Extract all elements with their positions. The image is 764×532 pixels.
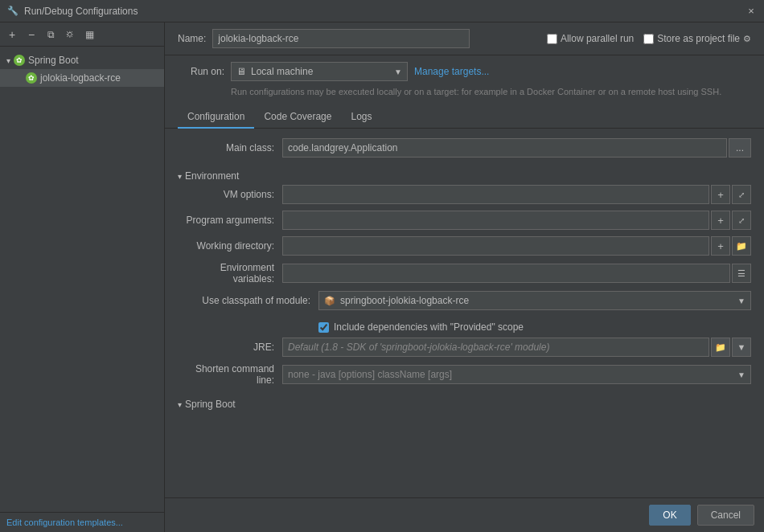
working-dir-group: + 📁: [282, 236, 751, 256]
classpath-dropdown-arrow: ▼: [737, 297, 746, 305]
shorten-cmd-dropdown[interactable]: none - java [options] className [args] ▼: [282, 365, 751, 384]
main-layout: + − ⧉ ⛭ ▦ ▾ ✿ Spring Boot ✿ jolokia-logb…: [0, 23, 764, 532]
classpath-label: Use classpath of module:: [178, 295, 318, 306]
spring-boot-group-item[interactable]: ▾ ✿ Spring Boot: [0, 51, 164, 69]
env-vars-group: ☰: [282, 264, 751, 283]
vm-options-add-button[interactable]: +: [711, 185, 730, 204]
jolokia-config-item[interactable]: ✿ jolokia-logback-rce: [0, 69, 164, 87]
main-class-row: Main class: ...: [178, 138, 751, 158]
spring-boot-icon: ✿: [14, 55, 25, 66]
vm-options-row: VM options: + ⤢: [178, 185, 751, 204]
jre-dropdown[interactable]: Default (1.8 - SDK of 'springboot-joloki…: [282, 338, 709, 357]
spring-boot-section-label: Spring Boot: [185, 399, 236, 410]
allow-parallel-row: Allow parallel run: [547, 33, 634, 44]
tabs-bar: Configuration Code Coverage Logs: [165, 106, 764, 129]
name-label: Name:: [178, 33, 206, 44]
jre-label: JRE:: [178, 342, 282, 353]
jolokia-config-label: jolokia-logback-rce: [40, 72, 121, 84]
env-vars-label: Environment variables:: [178, 262, 282, 284]
run-on-label: Run on:: [178, 66, 224, 77]
working-dir-input[interactable]: [282, 236, 709, 256]
edit-templates-link[interactable]: Edit configuration templates...: [0, 512, 164, 532]
include-deps-row: Include dependencies with "Provided" sco…: [178, 317, 751, 338]
run-on-select[interactable]: 🖥 Local machine ▼: [231, 62, 408, 81]
include-deps-check: Include dependencies with "Provided" sco…: [318, 320, 751, 334]
store-settings-icon[interactable]: ⚙: [743, 34, 751, 44]
jre-dropdown-button[interactable]: ▼: [732, 338, 751, 357]
copy-config-button[interactable]: ⧉: [42, 26, 60, 43]
classpath-row: Use classpath of module: 📦 springboot-jo…: [178, 291, 751, 310]
vm-options-expand-button[interactable]: ⤢: [732, 185, 751, 204]
run-on-dropdown-arrow: ▼: [394, 68, 402, 76]
content-area: Name: Allow parallel run Store as projec…: [165, 23, 764, 532]
classpath-dropdown[interactable]: 📦 springboot-jolokia-logback-rce ▼: [318, 291, 751, 310]
classpath-value: springboot-jolokia-logback-rce: [340, 295, 469, 306]
working-dir-folder-button[interactable]: 📁: [732, 236, 751, 256]
store-as-project-label: Store as project file: [657, 33, 740, 44]
vm-options-input[interactable]: [282, 185, 709, 204]
add-config-button[interactable]: +: [3, 26, 21, 43]
jre-group: Default (1.8 - SDK of 'springboot-joloki…: [282, 338, 751, 357]
tab-code-coverage[interactable]: Code Coverage: [254, 106, 341, 129]
spring-boot-section-arrow-icon: ▾: [178, 400, 182, 409]
spring-boot-group: ▾ ✿ Spring Boot ✿ jolokia-logback-rce: [0, 50, 164, 88]
include-deps-checkbox[interactable]: [318, 322, 329, 333]
env-vars-input[interactable]: [282, 264, 730, 283]
settings-button[interactable]: ⛭: [61, 26, 79, 43]
remove-config-button[interactable]: −: [23, 26, 40, 43]
classpath-icon: 📦: [324, 296, 335, 306]
tab-configuration[interactable]: Configuration: [178, 106, 254, 129]
jre-row: JRE: Default (1.8 - SDK of 'springboot-j…: [178, 338, 751, 357]
allow-parallel-label: Allow parallel run: [561, 33, 634, 44]
sidebar: + − ⧉ ⛭ ▦ ▾ ✿ Spring Boot ✿ jolokia-logb…: [0, 23, 165, 532]
program-args-label: Program arguments:: [178, 215, 282, 226]
allow-parallel-checkbox[interactable]: [547, 34, 557, 44]
title-bar: 🔧 Run/Debug Configurations ×: [0, 0, 764, 23]
program-args-input[interactable]: [282, 211, 709, 230]
shorten-cmd-row: Shorten command line: none - java [optio…: [178, 363, 751, 386]
environment-section-header[interactable]: ▾ Environment: [178, 164, 751, 185]
name-input[interactable]: [212, 29, 470, 48]
jre-browse-button[interactable]: 📁: [711, 338, 730, 357]
program-args-add-button[interactable]: +: [711, 211, 730, 230]
store-as-project-checkbox[interactable]: [643, 34, 654, 44]
sidebar-tree: ▾ ✿ Spring Boot ✿ jolokia-logback-rce: [0, 47, 164, 512]
main-class-label: Main class:: [178, 142, 282, 153]
env-vars-edit-button[interactable]: ☰: [732, 264, 751, 283]
run-on-row: Run on: 🖥 Local machine ▼ Manage targets…: [165, 55, 764, 81]
env-vars-row: Environment variables: ☰: [178, 262, 751, 284]
close-button[interactable]: ×: [745, 5, 758, 18]
run-on-value: Local machine: [251, 66, 313, 77]
spring-boot-section-header[interactable]: ▾ Spring Boot: [178, 392, 751, 413]
shorten-cmd-value: none - java [options] className [args]: [288, 369, 452, 380]
environment-arrow-icon: ▾: [178, 172, 182, 181]
run-on-icon: 🖥: [236, 66, 246, 77]
working-dir-add-button[interactable]: +: [711, 236, 730, 256]
manage-targets-link[interactable]: Manage targets...: [414, 66, 489, 77]
spring-boot-label: Spring Boot: [28, 55, 79, 66]
title-bar-text: Run/Debug Configurations: [24, 6, 745, 17]
include-deps-label: Include dependencies with "Provided" sco…: [334, 321, 524, 333]
working-dir-label: Working directory:: [178, 240, 282, 252]
jre-value: Default (1.8 - SDK of 'springboot-joloki…: [288, 342, 549, 353]
ok-button[interactable]: OK: [649, 505, 690, 526]
shorten-cmd-arrow: ▼: [737, 370, 746, 379]
name-row: Name:: [178, 29, 537, 48]
dialog-footer: OK Cancel: [165, 497, 764, 532]
vm-options-group: + ⤢: [282, 185, 751, 204]
main-class-input[interactable]: [282, 138, 727, 158]
sidebar-toolbar: + − ⧉ ⛭ ▦: [0, 23, 164, 47]
program-args-row: Program arguments: + ⤢: [178, 211, 751, 230]
top-controls: Name: Allow parallel run Store as projec…: [165, 23, 764, 55]
program-args-group: + ⤢: [282, 211, 751, 230]
tab-logs[interactable]: Logs: [341, 106, 381, 129]
store-as-project-row: Store as project file ⚙: [643, 33, 751, 44]
cancel-button[interactable]: Cancel: [697, 505, 754, 526]
main-class-browse-button[interactable]: ...: [729, 138, 751, 158]
hint-text: Run configurations may be executed local…: [165, 81, 764, 103]
sort-button[interactable]: ▦: [80, 26, 98, 43]
program-args-expand-button[interactable]: ⤢: [732, 211, 751, 230]
title-bar-controls: ×: [745, 5, 758, 18]
child-spring-icon: ✿: [26, 72, 37, 84]
environment-label: Environment: [185, 170, 239, 182]
